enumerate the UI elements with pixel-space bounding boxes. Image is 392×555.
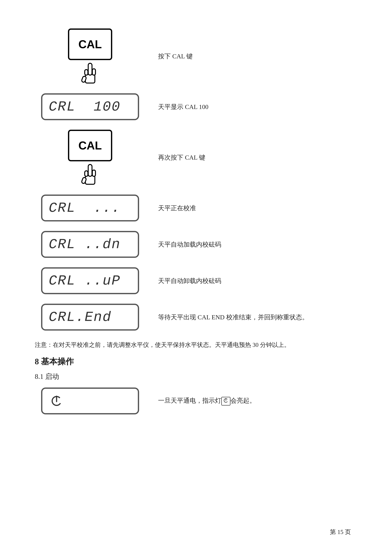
svg-rect-2 xyxy=(92,69,95,75)
lcd-text-1: CRL 100 xyxy=(49,99,121,115)
lcd-text-2: CRL ... xyxy=(49,200,121,216)
startup-row: 一旦天平通电，指示灯 会亮起。 xyxy=(35,387,357,414)
instruction-row-4: CRL ... 天平正在校准 xyxy=(35,195,357,221)
page-number: 第 15 页 xyxy=(330,528,351,536)
svg-rect-5 xyxy=(85,175,95,184)
power-symbol-icon xyxy=(50,395,63,407)
cal-button-label: CAL xyxy=(78,38,102,51)
lcd-screen-2: CRL ... xyxy=(41,195,139,221)
section-header: 8 基本操作 xyxy=(35,356,357,367)
lcd-text-4: CRL ..uP xyxy=(49,273,121,289)
finger-icon xyxy=(80,58,100,84)
power-display-graphic xyxy=(35,387,145,414)
notes-block: 注意：在对天平校准之前，请先调整水平仪，使天平保持水平状态。天平通电预热 30 … xyxy=(35,340,357,350)
instruction-row-5: CRL ..dn 天平自动加载内校砝码 xyxy=(35,231,357,258)
cal-button-graphic-1: CAL xyxy=(35,29,145,84)
power-inline-icon xyxy=(223,398,229,403)
inline-power-icon xyxy=(221,397,230,406)
instruction-label-1: 按下 CAL 键 xyxy=(145,52,357,61)
lcd-screen-1: CRL 100 xyxy=(41,93,139,120)
instruction-label-3: 再次按下 CAL 键 xyxy=(145,153,357,162)
subsection-header: 8.1 启动 xyxy=(35,372,357,381)
cal-button-graphic-2: CAL xyxy=(35,130,145,185)
svg-rect-8 xyxy=(85,171,88,176)
cal-button-with-finger-1: CAL xyxy=(68,29,112,84)
instruction-label-6: 天平自动卸载内校砝码 xyxy=(145,277,357,285)
cal-button-with-finger-2: CAL xyxy=(68,130,112,185)
cal-key-button-2: CAL xyxy=(68,130,112,161)
lcd-display-graphic-5: CRL.End xyxy=(35,304,145,331)
lcd-display-graphic-3: CRL ..dn xyxy=(35,231,145,258)
instruction-label-7: 等待天平出现 CAL END 校准结束，并回到称重状态。 xyxy=(145,313,357,321)
lcd-screen-4: CRL ..uP xyxy=(41,267,139,294)
instruction-label-5: 天平自动加载内校砝码 xyxy=(145,240,357,249)
lcd-display-graphic-1: CRL 100 xyxy=(35,93,145,120)
startup-label: 一旦天平通电，指示灯 会亮起。 xyxy=(145,396,357,406)
instruction-row-3: CAL 再次按下 CAL 键 xyxy=(35,130,357,185)
instruction-row-7: CRL.End 等待天平出现 CAL END 校准结束，并回到称重状态。 xyxy=(35,304,357,331)
cal-key-button: CAL xyxy=(68,29,112,60)
svg-rect-7 xyxy=(92,170,95,176)
instruction-label-4: 天平正在校准 xyxy=(145,204,357,212)
lcd-display-graphic-2: CRL ... xyxy=(35,195,145,221)
svg-rect-3 xyxy=(85,70,88,75)
power-screen xyxy=(41,387,139,414)
lcd-display-graphic-4: CRL ..uP xyxy=(35,267,145,294)
instruction-row-2: CRL 100 天平显示 CAL 100 xyxy=(35,93,357,120)
lcd-screen-5: CRL.End xyxy=(41,304,139,331)
svg-rect-6 xyxy=(88,164,92,176)
instruction-row-1: CAL xyxy=(35,29,357,84)
lcd-text-5: CRL.End xyxy=(49,309,112,325)
svg-rect-0 xyxy=(85,74,95,83)
svg-rect-1 xyxy=(88,63,92,75)
finger-icon-2 xyxy=(80,160,100,185)
lcd-screen-3: CRL ..dn xyxy=(41,231,139,258)
instruction-row-6: CRL ..uP 天平自动卸载内校砝码 xyxy=(35,267,357,294)
cal-button-label-2: CAL xyxy=(78,139,102,152)
instruction-label-2: 天平显示 CAL 100 xyxy=(145,102,357,111)
lcd-text-3: CRL ..dn xyxy=(49,237,121,252)
